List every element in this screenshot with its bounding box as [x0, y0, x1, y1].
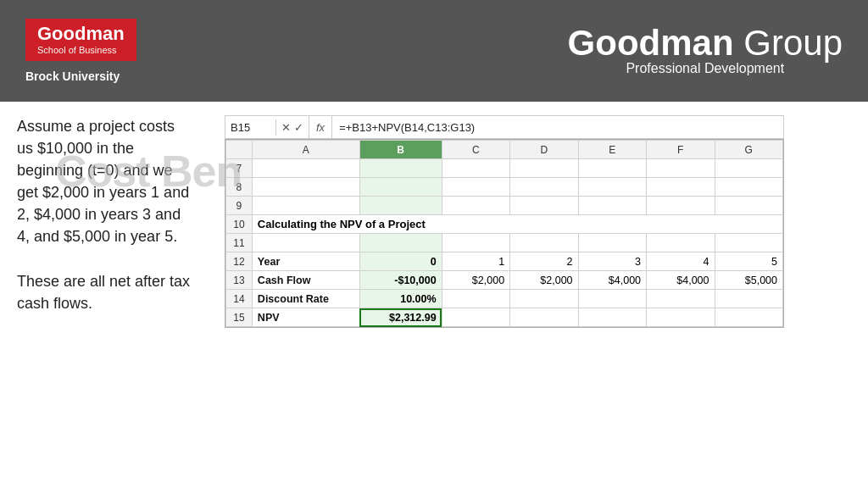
cell-f13[interactable]: $4,000 [647, 271, 715, 290]
spreadsheet-wrapper: A B C D E F G 7 [225, 139, 784, 328]
cell-a9[interactable] [252, 197, 359, 215]
cell-a14-discount[interactable]: Discount Rate [252, 290, 359, 308]
cell-f11[interactable] [647, 234, 715, 252]
cancel-icon[interactable]: ✕ [281, 121, 291, 134]
cell-b8[interactable] [359, 178, 442, 197]
cell-c15[interactable] [442, 308, 509, 327]
formula-bar: B15 ✕ ✓ fx =+B13+NPV(B14,C13:G13) [225, 115, 784, 139]
cell-d14[interactable] [510, 290, 578, 308]
formula-icons: ✕ ✓ [276, 116, 309, 138]
row-num-12: 12 [226, 252, 253, 271]
brock-university-label: Brock University [25, 69, 120, 83]
right-panel: B15 ✕ ✓ fx =+B13+NPV(B14,C13:G13) [208, 102, 868, 488]
cell-title[interactable]: Calculating the NPV of a Project [252, 215, 782, 234]
cell-d8[interactable] [510, 178, 578, 197]
cell-f7[interactable] [647, 159, 715, 178]
table-row: 9 [226, 197, 783, 215]
cell-c11[interactable] [442, 234, 509, 252]
cell-g13[interactable]: $5,000 [715, 271, 783, 290]
cell-b13[interactable]: -$10,000 [359, 271, 442, 290]
confirm-icon[interactable]: ✓ [294, 121, 303, 134]
goodman-logo: Goodman School of Business [25, 19, 136, 60]
table-row: 12 Year 0 1 2 3 4 5 [226, 252, 783, 271]
cell-a13-cashflow[interactable]: Cash Flow [252, 271, 359, 290]
cell-e12[interactable]: 3 [578, 252, 646, 271]
cell-d11[interactable] [510, 234, 578, 252]
cell-g9[interactable] [715, 197, 783, 215]
formula-content[interactable]: =+B13+NPV(B14,C13:G13) [332, 121, 783, 134]
cell-f15[interactable] [647, 308, 715, 327]
cell-b9[interactable] [359, 197, 442, 215]
col-header-d[interactable]: D [510, 141, 578, 159]
cell-f9[interactable] [647, 197, 715, 215]
cell-e9[interactable] [578, 197, 646, 215]
cell-g12[interactable]: 5 [715, 252, 783, 271]
col-header-e[interactable]: E [578, 141, 646, 159]
cell-d12[interactable]: 2 [510, 252, 578, 271]
cell-e14[interactable] [578, 290, 646, 308]
professional-dev-label: Professional Development [568, 61, 843, 76]
cell-reference-box[interactable]: B15 [225, 119, 276, 136]
header: Goodman School of Business Brock Univers… [0, 0, 868, 102]
cell-b14[interactable]: 10.00% [359, 290, 442, 308]
row-num-11: 11 [226, 234, 253, 252]
cell-g15[interactable] [715, 308, 783, 327]
cell-g8[interactable] [715, 178, 783, 197]
row-num-9: 9 [226, 197, 253, 215]
cell-c12[interactable]: 1 [442, 252, 509, 271]
cell-a8[interactable] [252, 178, 359, 197]
cell-a7[interactable] [252, 159, 359, 178]
cell-b7[interactable] [359, 159, 442, 178]
cell-f12[interactable]: 4 [647, 252, 715, 271]
cell-f14[interactable] [647, 290, 715, 308]
cell-d9[interactable] [510, 197, 578, 215]
row-num-8: 8 [226, 178, 253, 197]
cell-e8[interactable] [578, 178, 646, 197]
goodman-group-bold: Goodman [568, 23, 734, 63]
col-header-g[interactable]: G [715, 141, 783, 159]
cell-b11[interactable] [359, 234, 442, 252]
header-right: Goodman Group Professional Development [568, 25, 843, 76]
fx-label: fx [309, 116, 332, 138]
cell-g14[interactable] [715, 290, 783, 308]
table-row: 13 Cash Flow -$10,000 $2,000 $2,000 $4,0… [226, 271, 783, 290]
table-row: 14 Discount Rate 10.00% [226, 290, 783, 308]
spreadsheet-table: A B C D E F G 7 [225, 140, 783, 327]
cell-a15-npv[interactable]: NPV [252, 308, 359, 327]
logo-title: Goodman [37, 24, 125, 44]
row-num-15: 15 [226, 308, 253, 327]
cell-g7[interactable] [715, 159, 783, 178]
cell-g11[interactable] [715, 234, 783, 252]
cell-a11[interactable] [252, 234, 359, 252]
goodman-group-light: Group [734, 23, 843, 63]
cell-e7[interactable] [578, 159, 646, 178]
cell-a12-year[interactable]: Year [252, 252, 359, 271]
cell-d15[interactable] [510, 308, 578, 327]
cell-e11[interactable] [578, 234, 646, 252]
cell-b15-active[interactable]: $2,312.99 [359, 308, 442, 327]
row-num-13: 13 [226, 271, 253, 290]
table-row: 15 NPV $2,312.99 [226, 308, 783, 327]
main-content: Assume a project costs us $10,000 in the… [0, 102, 868, 488]
cell-f8[interactable] [647, 178, 715, 197]
header-left: Goodman School of Business Brock Univers… [25, 19, 136, 82]
cell-e15[interactable] [578, 308, 646, 327]
cell-c8[interactable] [442, 178, 509, 197]
left-panel: Assume a project costs us $10,000 in the… [0, 102, 208, 488]
cell-d13[interactable]: $2,000 [510, 271, 578, 290]
cell-e13[interactable]: $4,000 [578, 271, 646, 290]
col-header-f[interactable]: F [647, 141, 715, 159]
cell-b12[interactable]: 0 [359, 252, 442, 271]
row-num-14: 14 [226, 290, 253, 308]
col-header-a[interactable]: A [252, 141, 359, 159]
logo-subtitle: School of Business [37, 45, 125, 56]
col-header-c[interactable]: C [442, 141, 509, 159]
cell-d7[interactable] [510, 159, 578, 178]
col-header-row: A B C D E F G [226, 141, 783, 159]
cell-c7[interactable] [442, 159, 509, 178]
cell-c13[interactable]: $2,000 [442, 271, 509, 290]
col-header-b[interactable]: B [359, 141, 442, 159]
description-text: Assume a project costs us $10,000 in the… [17, 115, 191, 314]
cell-c14[interactable] [442, 290, 509, 308]
cell-c9[interactable] [442, 197, 509, 215]
